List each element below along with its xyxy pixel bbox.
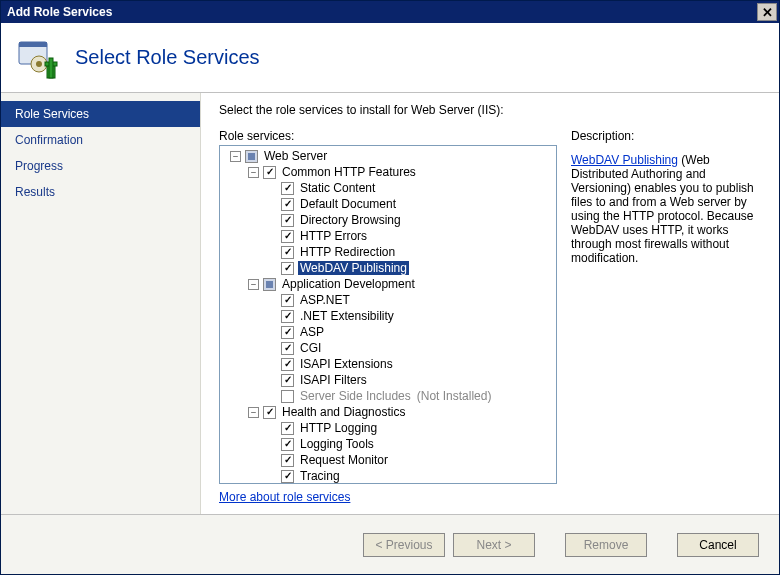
sidebar: Role ServicesConfirmationProgressResults xyxy=(1,93,201,514)
not-installed-note: (Not Installed) xyxy=(417,389,492,403)
tree-node-label: ASP xyxy=(298,325,326,339)
tree-node-label: Default Document xyxy=(298,197,398,211)
collapse-icon[interactable]: − xyxy=(248,279,259,290)
more-about-link[interactable]: More about role services xyxy=(219,490,350,504)
checkbox[interactable] xyxy=(245,150,258,163)
svg-rect-5 xyxy=(49,58,53,78)
tree-node-common-http-features[interactable]: −Common HTTP Features xyxy=(220,164,556,180)
checkbox[interactable] xyxy=(263,278,276,291)
checkbox[interactable] xyxy=(281,326,294,339)
tree-node-asp[interactable]: ASP xyxy=(220,324,556,340)
tree-node-application-development[interactable]: −Application Development xyxy=(220,276,556,292)
tree-node-label: Common HTTP Features xyxy=(280,165,418,179)
checkbox[interactable] xyxy=(281,358,294,371)
tree-node-directory-browsing[interactable]: Directory Browsing xyxy=(220,212,556,228)
svg-rect-1 xyxy=(19,42,47,47)
tree-node-isapi-filters[interactable]: ISAPI Filters xyxy=(220,372,556,388)
checkbox[interactable] xyxy=(281,342,294,355)
tree-node-http-errors[interactable]: HTTP Errors xyxy=(220,228,556,244)
collapse-icon[interactable]: − xyxy=(248,407,259,418)
description-label: Description: xyxy=(571,129,763,143)
tree-node-server-side-includes[interactable]: Server Side Includes(Not Installed) xyxy=(220,388,556,404)
sidebar-step-confirmation[interactable]: Confirmation xyxy=(1,127,200,153)
titlebar: Add Role Services ✕ xyxy=(1,1,779,23)
tree-node-label: ISAPI Extensions xyxy=(298,357,395,371)
page-heading: Select Role Services xyxy=(75,46,260,69)
checkbox[interactable] xyxy=(281,422,294,435)
checkbox[interactable] xyxy=(281,214,294,227)
tree-node-label: WebDAV Publishing xyxy=(298,261,409,275)
sidebar-step-progress[interactable]: Progress xyxy=(1,153,200,179)
tree-node-label: Server Side Includes xyxy=(298,389,413,403)
tree-node-label: HTTP Redirection xyxy=(298,245,397,259)
tree-node-label: CGI xyxy=(298,341,323,355)
tree-node-label: HTTP Errors xyxy=(298,229,369,243)
tree-node-webdav-publishing[interactable]: WebDAV Publishing xyxy=(220,260,556,276)
checkbox[interactable] xyxy=(281,262,294,275)
window-title: Add Role Services xyxy=(7,5,757,19)
tree-node-http-redirection[interactable]: HTTP Redirection xyxy=(220,244,556,260)
description-link[interactable]: WebDAV Publishing xyxy=(571,153,678,167)
tree-node-isapi-extensions[interactable]: ISAPI Extensions xyxy=(220,356,556,372)
tree-node-label: Request Monitor xyxy=(298,453,390,467)
tree-node-label: Web Server xyxy=(262,149,329,163)
close-icon[interactable]: ✕ xyxy=(757,3,777,21)
tree-node-cgi[interactable]: CGI xyxy=(220,340,556,356)
body-area: Role ServicesConfirmationProgressResults… xyxy=(1,93,779,514)
checkbox[interactable] xyxy=(281,470,294,483)
checkbox[interactable] xyxy=(281,310,294,323)
tree-node--net-extensibility[interactable]: .NET Extensibility xyxy=(220,308,556,324)
checkbox[interactable] xyxy=(263,166,276,179)
tree-node-web-server[interactable]: −Web Server xyxy=(220,148,556,164)
button-row: < Previous Next > Remove Cancel xyxy=(1,514,779,574)
wizard-window: Add Role Services ✕ Select Role Services… xyxy=(0,0,780,575)
tree-node-logging-tools[interactable]: Logging Tools xyxy=(220,436,556,452)
checkbox[interactable] xyxy=(281,294,294,307)
sidebar-step-role-services[interactable]: Role Services xyxy=(1,101,200,127)
collapse-icon[interactable]: − xyxy=(230,151,241,162)
tree-node-request-monitor[interactable]: Request Monitor xyxy=(220,452,556,468)
more-link: More about role services xyxy=(219,490,557,504)
checkbox[interactable] xyxy=(281,182,294,195)
description-column: Description: WebDAV Publishing (Web Dist… xyxy=(571,129,763,504)
checkbox[interactable] xyxy=(281,198,294,211)
role-services-tree[interactable]: −Web Server−Common HTTP FeaturesStatic C… xyxy=(219,145,557,484)
checkbox[interactable] xyxy=(281,374,294,387)
sidebar-step-results[interactable]: Results xyxy=(1,179,200,205)
tree-node-label: Health and Diagnostics xyxy=(280,405,407,419)
content-row: Role services: −Web Server−Common HTTP F… xyxy=(219,129,763,504)
tree-column: Role services: −Web Server−Common HTTP F… xyxy=(219,129,557,504)
checkbox[interactable] xyxy=(281,230,294,243)
tree-node-label: Logging Tools xyxy=(298,437,376,451)
tree-node-label: .NET Extensibility xyxy=(298,309,396,323)
wizard-icon xyxy=(15,34,63,82)
main-panel: Select the role services to install for … xyxy=(201,93,779,514)
instruction-text: Select the role services to install for … xyxy=(219,103,763,117)
tree-node-label: Directory Browsing xyxy=(298,213,403,227)
next-button[interactable]: Next > xyxy=(453,533,535,557)
checkbox xyxy=(281,390,294,403)
remove-button[interactable]: Remove xyxy=(565,533,647,557)
cancel-button[interactable]: Cancel xyxy=(677,533,759,557)
svg-point-2 xyxy=(36,61,42,67)
checkbox[interactable] xyxy=(281,438,294,451)
header-area: Select Role Services xyxy=(1,23,779,93)
tree-node-label: Static Content xyxy=(298,181,377,195)
tree-node-tracing[interactable]: Tracing xyxy=(220,468,556,484)
checkbox[interactable] xyxy=(281,454,294,467)
tree-label: Role services: xyxy=(219,129,557,143)
checkbox[interactable] xyxy=(281,246,294,259)
tree-node-http-logging[interactable]: HTTP Logging xyxy=(220,420,556,436)
tree-node-default-document[interactable]: Default Document xyxy=(220,196,556,212)
tree-node-label: Application Development xyxy=(280,277,417,291)
tree-node-static-content[interactable]: Static Content xyxy=(220,180,556,196)
description-text: (Web Distributed Authoring and Versionin… xyxy=(571,153,754,265)
collapse-icon[interactable]: − xyxy=(248,167,259,178)
tree-node-label: ASP.NET xyxy=(298,293,352,307)
checkbox[interactable] xyxy=(263,406,276,419)
tree-node-label: HTTP Logging xyxy=(298,421,379,435)
description-body: WebDAV Publishing (Web Distributed Autho… xyxy=(571,153,763,265)
previous-button[interactable]: < Previous xyxy=(363,533,445,557)
tree-node-health-and-diagnostics[interactable]: −Health and Diagnostics xyxy=(220,404,556,420)
tree-node-asp-net[interactable]: ASP.NET xyxy=(220,292,556,308)
